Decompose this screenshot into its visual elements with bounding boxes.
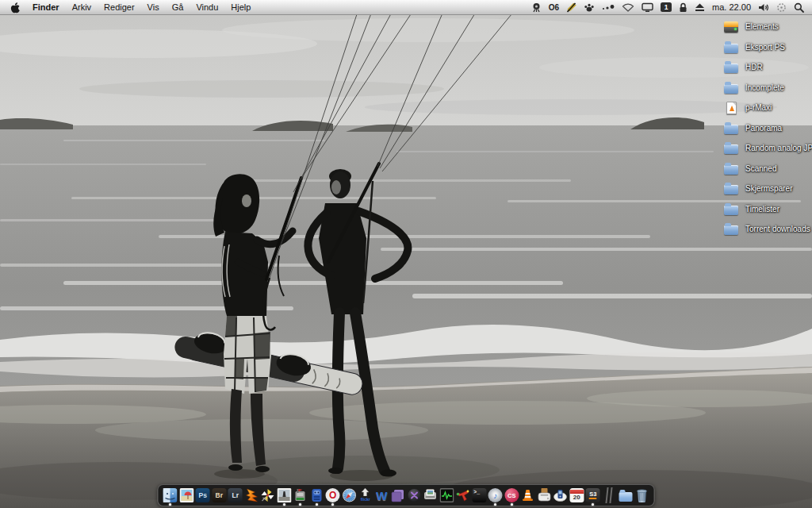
apple-menu[interactable] — [5, 2, 26, 13]
flickr-wordmark: flickr — [361, 496, 370, 502]
dock-x-sphere-icon[interactable] — [406, 485, 423, 506]
desktop-icon-label: Eksport PS — [745, 43, 785, 52]
eject-menu-icon[interactable] — [695, 0, 705, 14]
dock-lightroom-icon[interactable]: Lr — [228, 485, 244, 506]
dock-safari-icon[interactable] — [341, 485, 358, 506]
dock-flickr-uploader-icon[interactable]: flickr — [358, 485, 374, 506]
desktop-icon-eksport-ps[interactable]: Eksport PS — [722, 37, 812, 58]
dock-download-arrow-icon[interactable] — [243, 485, 260, 506]
dock-silkypix-icon[interactable] — [293, 485, 309, 506]
dock-separator-bars — [601, 487, 617, 504]
dock-iphoto-icon[interactable] — [178, 485, 195, 506]
spaces-menu-icon[interactable]: 1 — [661, 0, 672, 14]
desktop-icon-p-rmaxi[interactable]: p-rMaxi — [722, 98, 812, 118]
desktop-icon-column: Elements Eksport PS HDR Incomplete p-rMa… — [722, 17, 812, 240]
dock-trash-icon[interactable] — [634, 485, 650, 506]
video-document-icon — [726, 102, 737, 114]
ical-day: 20 — [573, 494, 580, 501]
wallpaper-photo — [0, 0, 812, 508]
desktop-icon-elements[interactable]: Elements — [722, 17, 812, 37]
opera-glyph: O — [326, 488, 340, 502]
folder-icon — [724, 185, 738, 194]
drive-icon — [724, 21, 738, 33]
dock-itunes-icon[interactable]: ♪ — [488, 485, 504, 506]
dock-scanner-icon[interactable] — [423, 485, 439, 506]
desktop-icon-label: Scanned — [745, 164, 776, 173]
lightroom-glyph: Lr — [228, 488, 243, 502]
desktop-icon-torrent-downloads[interactable]: Torrent downloads — [722, 219, 812, 240]
desktop: Finder Arkiv Rediger Vis Gå Vindu Hjelp … — [0, 0, 812, 508]
volume-menu-icon[interactable] — [758, 0, 769, 14]
folder-icon — [724, 144, 738, 154]
desktop-icon-label: p-rMaxi — [745, 103, 772, 112]
webcam-menu-icon[interactable] — [531, 0, 542, 14]
menu-ga[interactable]: Gå — [166, 0, 190, 14]
folder-icon — [724, 84, 738, 94]
bridge-glyph: Br — [212, 488, 226, 502]
folder-icon — [724, 125, 738, 134]
menu-bar: Finder Arkiv Rediger Vis Gå Vindu Hjelp … — [0, 0, 812, 15]
s3-glyph: S3 — [589, 491, 596, 497]
dock-pinwheel-icon[interactable] — [260, 485, 277, 506]
menu-arkiv[interactable]: Arkiv — [66, 0, 98, 14]
dock-vlc-icon[interactable] — [520, 485, 537, 506]
desktop-icon-skjermsparer[interactable]: Skjermsparer — [722, 179, 812, 199]
keychain-lock-icon[interactable] — [679, 0, 688, 14]
upload-arrow — [361, 488, 370, 496]
dock-terminal-icon[interactable]: >_ — [471, 485, 488, 506]
downloads-folder-glyph — [619, 492, 632, 502]
dock-blue-utility-icon[interactable] — [308, 485, 325, 506]
dock-remote-device-icon[interactable] — [553, 485, 569, 506]
desktop-icon-hdr[interactable]: HDR — [722, 57, 812, 78]
menu-clock[interactable]: ma. 22.00 — [712, 2, 751, 12]
folder-icon — [724, 165, 738, 175]
sync-menu-icon[interactable] — [776, 0, 787, 14]
desktop-icon-label: Timelister — [745, 205, 779, 214]
desktop-icon-label: HDR — [745, 63, 763, 71]
desktop-icon-label: Elements — [745, 22, 779, 31]
desktop-icon-label: Incomplete — [745, 83, 784, 92]
desktop-icon-scanned[interactable]: Scanned — [722, 159, 812, 179]
dock-ical-icon[interactable]: 20 — [569, 485, 585, 506]
spotlight-icon[interactable] — [794, 0, 804, 14]
desktop-icon-panorama[interactable]: Panorama — [722, 118, 812, 139]
dots-menu-icon[interactable] — [602, 0, 615, 14]
displays-menu-icon[interactable] — [642, 0, 653, 14]
dock-cs-app-icon[interactable]: CS — [504, 485, 520, 506]
photoshop-glyph: Ps — [196, 488, 210, 502]
folder-icon — [724, 206, 738, 215]
dock-word-icon[interactable]: W — [373, 485, 390, 506]
dock-bridge-icon[interactable]: Br — [211, 485, 228, 506]
menu-vindu[interactable]: Vindu — [190, 0, 224, 14]
dock-photo-viewer-icon[interactable] — [276, 485, 293, 506]
desktop-icon-incomplete[interactable]: Incomplete — [722, 78, 812, 98]
dock-photoshop-icon[interactable]: Ps — [195, 485, 212, 506]
dock-raygun-icon[interactable] — [455, 485, 472, 506]
dock-finder-icon[interactable] — [163, 485, 179, 506]
word-glyph: W — [374, 488, 389, 502]
dock-purple-notes-icon[interactable] — [390, 485, 407, 506]
desktop-icon-random-analog-jp-cd[interactable]: Random analog JP CD — [722, 138, 812, 159]
pencil-slash-icon[interactable] — [566, 0, 576, 14]
desktop-icon-timelister[interactable]: Timelister — [722, 199, 812, 220]
dock-s3-icon[interactable]: S3 — [585, 485, 602, 506]
dock-opera-icon[interactable]: O — [325, 485, 342, 506]
dock-downloads-folder-icon[interactable] — [618, 485, 634, 506]
menu-hjelp[interactable]: Hjelp — [224, 0, 257, 14]
airport-off-icon[interactable] — [622, 0, 634, 14]
paw-menu-icon[interactable] — [584, 0, 595, 14]
desktop-icon-label: Random analog JP CD — [745, 144, 812, 152]
folder-icon — [724, 225, 738, 235]
menu-vis[interactable]: Vis — [141, 0, 166, 14]
dock-toast-icon[interactable] — [536, 485, 553, 506]
dock-separator — [601, 485, 618, 506]
o6-menu-icon[interactable]: O6 — [549, 0, 559, 14]
cs-glyph: CS — [504, 488, 519, 502]
dock: Ps Br Lr O — [158, 484, 655, 506]
folder-icon — [724, 44, 738, 53]
menu-finder[interactable]: Finder — [26, 0, 66, 14]
desktop-icon-label: Panorama — [745, 124, 782, 133]
folder-icon — [724, 64, 738, 73]
dock-activity-monitor-icon[interactable] — [439, 485, 455, 506]
menu-rediger[interactable]: Rediger — [98, 0, 141, 14]
